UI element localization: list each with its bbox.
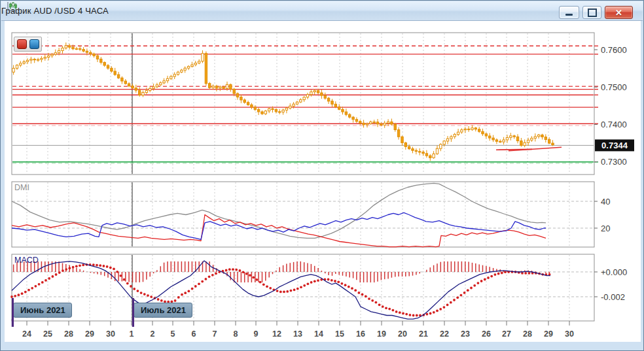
svg-text:2: 2 [151,329,155,339]
candlestick-chart-icon [7,1,18,12]
svg-text:12: 12 [272,329,281,339]
close-icon: ✕ [615,8,622,17]
maximize-icon [588,8,597,17]
chart-plot[interactable]: DMIMACD0.76000.75000.74000.73000.7344402… [1,1,644,351]
svg-text:-0.002: -0.002 [601,292,625,302]
svg-text:24: 24 [22,329,31,339]
blue-marker-button[interactable] [29,39,39,49]
svg-text:28: 28 [64,329,73,339]
svg-text:7: 7 [213,329,217,339]
svg-text:25: 25 [43,329,52,339]
month-label-june: Июнь 2021 [13,303,72,318]
chart-window: График AUD /USD 4 ЧАСА ✕ DMIMACD0.76000.… [0,0,644,351]
svg-text:0.7600: 0.7600 [601,45,627,55]
svg-text:20: 20 [398,329,407,339]
svg-text:29: 29 [544,329,553,339]
svg-text:+0.000: +0.000 [601,267,627,277]
svg-text:23: 23 [461,329,470,339]
svg-text:27: 27 [502,329,511,339]
svg-text:30: 30 [565,329,574,339]
month-label-july: Июль 2021 [134,303,192,318]
svg-text:29: 29 [85,329,94,339]
svg-text:8: 8 [234,329,238,339]
svg-text:0.7400: 0.7400 [601,120,627,129]
svg-text:40: 40 [601,197,610,207]
svg-text:30: 30 [106,329,115,339]
svg-text:22: 22 [440,329,449,339]
red-marker-button[interactable] [17,39,27,49]
svg-text:21: 21 [419,329,428,339]
month-start-marker [132,298,134,327]
svg-text:MACD: MACD [14,256,39,265]
svg-text:9: 9 [254,329,259,339]
svg-text:14: 14 [314,329,323,339]
svg-text:1: 1 [130,329,134,339]
svg-text:5: 5 [171,329,175,339]
svg-text:DMI: DMI [14,183,29,192]
svg-text:0.7300: 0.7300 [601,157,627,167]
svg-text:20: 20 [601,224,610,233]
month-start-marker [12,298,14,327]
title-bar: График AUD /USD 4 ЧАСА [1,1,643,21]
minimize-icon [565,14,573,16]
svg-text:6: 6 [192,329,196,339]
svg-text:0.7500: 0.7500 [601,82,627,92]
svg-text:28: 28 [523,329,532,339]
close-button[interactable]: ✕ [605,6,633,19]
svg-text:16: 16 [356,329,365,339]
chart-mini-toolbar [14,37,42,52]
svg-text:26: 26 [482,329,491,339]
svg-text:15: 15 [335,329,344,339]
maximize-button[interactable] [582,6,601,19]
svg-text:19: 19 [377,329,386,339]
svg-text:0.7344: 0.7344 [601,141,628,150]
minimize-button[interactable] [559,6,579,19]
svg-text:13: 13 [293,329,302,339]
